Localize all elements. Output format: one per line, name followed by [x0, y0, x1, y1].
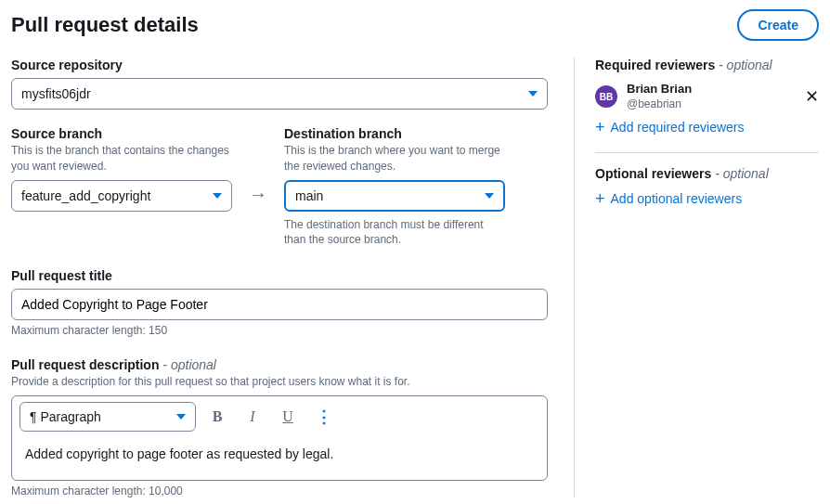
reviewer-row: BB Brian Brian @beabrian ✕	[595, 82, 819, 111]
create-button[interactable]: Create	[737, 9, 819, 41]
destination-branch-note: The destination branch must be different…	[284, 217, 505, 249]
pr-description-editor: ¶ Paragraph B I U ⋮ Added copyright to p…	[11, 395, 548, 481]
caret-down-icon	[485, 193, 494, 199]
destination-branch-select[interactable]: main	[284, 180, 505, 212]
reviewer-name: Brian Brian	[627, 82, 796, 97]
source-branch-label: Source branch	[11, 126, 232, 141]
more-options-button[interactable]: ⋮	[309, 403, 337, 431]
format-value: ¶ Paragraph	[30, 409, 101, 424]
pr-description-body[interactable]: Added copyright to page footer as reques…	[12, 437, 547, 480]
caret-down-icon	[213, 193, 222, 199]
italic-button[interactable]: I	[239, 403, 266, 431]
page-title: Pull request details	[11, 13, 199, 37]
destination-branch-hint: This is the branch where you want to mer…	[284, 143, 505, 174]
text-format-select[interactable]: ¶ Paragraph	[19, 402, 196, 432]
add-optional-reviewers-link[interactable]: + Add optional reviewers	[595, 190, 819, 207]
pr-title-limit: Maximum character length: 150	[11, 324, 548, 337]
plus-icon: +	[595, 190, 605, 207]
destination-branch-value: main	[295, 188, 323, 203]
underline-button[interactable]: U	[274, 403, 302, 431]
divider	[595, 152, 819, 153]
pr-description-hint: Provide a description for this pull requ…	[11, 374, 548, 390]
pr-description-label: Pull request description - optional	[11, 357, 548, 372]
bold-button[interactable]: B	[203, 403, 231, 431]
remove-reviewer-button[interactable]: ✕	[805, 86, 819, 107]
caret-down-icon	[176, 414, 186, 420]
required-reviewers-heading: Required reviewers - optional	[595, 58, 819, 72]
avatar: BB	[595, 85, 617, 108]
source-branch-select[interactable]: feature_add_copyright	[11, 180, 232, 212]
destination-branch-label: Destination branch	[284, 126, 505, 141]
arrow-right-icon: →	[249, 184, 267, 205]
add-required-reviewers-link[interactable]: + Add required reviewers	[595, 119, 819, 136]
reviewer-handle: @beabrian	[627, 97, 796, 112]
source-repository-select[interactable]: mysfits06jdr	[11, 78, 548, 110]
source-branch-value: feature_add_copyright	[21, 188, 150, 203]
pr-title-input[interactable]	[11, 289, 548, 320]
source-repository-label: Source repository	[11, 58, 548, 72]
pr-description-limit: Maximum character length: 10,000	[11, 485, 548, 498]
optional-reviewers-heading: Optional reviewers - optional	[595, 166, 819, 181]
source-repository-value: mysfits06jdr	[21, 86, 91, 101]
caret-down-icon	[528, 91, 538, 97]
plus-icon: +	[595, 119, 605, 136]
pr-title-label: Pull request title	[11, 268, 548, 283]
source-branch-hint: This is the branch that contains the cha…	[11, 143, 232, 174]
